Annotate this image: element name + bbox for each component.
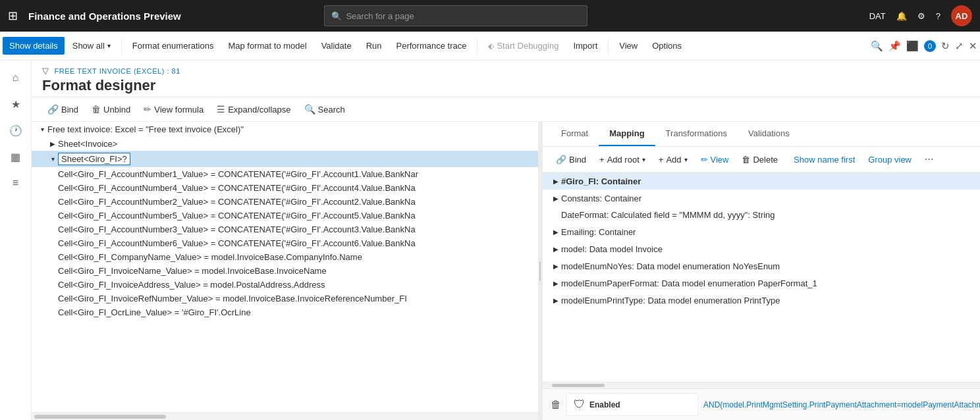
map-item[interactable]: ▶ modelEnumPaperFormat: Data model enume…: [543, 275, 980, 292]
view-formula-label: View formula: [154, 105, 204, 115]
bind-button[interactable]: 🔗 Bind: [42, 101, 84, 117]
breadcrumb-text: FREE TEXT INVOICE (EXCEL) : 81: [55, 67, 180, 75]
add-button[interactable]: + Add ▾: [653, 152, 693, 167]
delete-button[interactable]: 🗑 Delete: [736, 152, 783, 167]
designer-toolbar: 🔗 Bind 🗑 Unbind ✏ View formula ☰ Expand/…: [32, 97, 980, 122]
tree-root-label: Free text invoice: Excel = "Free text in…: [47, 124, 244, 134]
expand-icon: ▶: [551, 295, 561, 305]
sidebar-icon-recent[interactable]: 🕐: [4, 118, 28, 142]
map-item[interactable]: ▶ Constants: Container: [543, 190, 980, 207]
import-button[interactable]: Import: [566, 37, 604, 55]
vertical-splitter[interactable]: [539, 122, 543, 420]
content-area: ▽ FREE TEXT INVOICE (EXCEL) : 81 Format …: [32, 61, 980, 420]
search-button[interactable]: 🔍 Search: [299, 101, 350, 117]
app-grid-icon[interactable]: ⊞: [8, 9, 18, 23]
formula-shield-icon: 🛡: [574, 398, 585, 411]
options-button[interactable]: Options: [645, 37, 688, 55]
separator-3: [608, 38, 609, 54]
tab-validations[interactable]: Validations: [738, 122, 800, 146]
mapping-bind-label: Bind: [569, 155, 586, 165]
map-item-label: Emailing: Container: [561, 227, 636, 237]
app-title: Finance and Operations Preview: [28, 11, 181, 22]
map-item-label: Constants: Container: [561, 194, 641, 203]
view-formula-button[interactable]: ✏ View formula: [138, 101, 209, 117]
tab-mapping[interactable]: Mapping: [599, 122, 655, 146]
tab-transformations[interactable]: Transformations: [655, 122, 738, 146]
more-options-button[interactable]: ···: [922, 151, 936, 168]
show-details-button[interactable]: Show details: [3, 37, 65, 55]
mapping-tabs: Format Mapping Transformations Validatio…: [543, 122, 980, 147]
mapping-panel: Format Mapping Transformations Validatio…: [543, 122, 980, 420]
mapping-bind-button[interactable]: 🔗 Bind: [551, 152, 591, 167]
link-icon: 🔗: [47, 104, 59, 115]
mapping-toolbar: 🔗 Bind + Add root ▾ + Add ▾ ✏: [543, 147, 980, 172]
filter-icon: ▽: [42, 66, 49, 76]
tree-item[interactable]: Cell<Giro_FI_InvoiceName_Value> = model.…: [32, 264, 538, 278]
tree-item[interactable]: Cell<Giro_FI_CompanyName_Value> = model.…: [32, 250, 538, 264]
chevron-add-icon: ▾: [684, 156, 688, 163]
map-item[interactable]: ▶ modelEnumPrintType: Data model enumera…: [543, 292, 980, 309]
help-icon[interactable]: ?: [936, 11, 940, 21]
show-all-button[interactable]: Show all ▾: [66, 37, 117, 55]
global-search-bar[interactable]: 🔍: [324, 5, 587, 26]
tree-item[interactable]: Cell<Giro_FI_AccountNumber3_Value> = CON…: [32, 223, 538, 236]
view-button-mapping[interactable]: ✏ View: [695, 152, 734, 167]
group-view-button[interactable]: Group view: [863, 152, 917, 167]
show-all-label: Show all: [72, 41, 105, 51]
tab-format[interactable]: Format: [551, 122, 599, 146]
tree-item-selected[interactable]: ▾ Sheet<Giro_FI>?: [32, 151, 538, 167]
expand-icon[interactable]: ⤢: [955, 40, 964, 52]
formula-trash-icon[interactable]: 🗑: [551, 399, 561, 411]
sidebar-icon-list[interactable]: ≡: [4, 171, 28, 195]
map-item[interactable]: ▶ #Giro_FI: Container: [543, 172, 980, 190]
map-item-label: DateFormat: Calculated field = "MMMM dd,…: [561, 210, 775, 220]
sidebar-icon-home[interactable]: ⌂: [4, 66, 28, 90]
tree-item[interactable]: Cell<Giro_FI_InvoiceRefNumber_Value> = m…: [32, 292, 538, 305]
map-item[interactable]: ▶ modelEnumNoYes: Data model enumeration…: [543, 257, 980, 275]
show-name-first-button[interactable]: Show name first: [788, 152, 860, 167]
mapping-tree: ▶ #Giro_FI: Container ▶ Constants: Conta…: [543, 172, 980, 382]
tree-item[interactable]: Cell<Giro_FI_AccountNumber4_Value> = CON…: [32, 181, 538, 195]
avatar[interactable]: AD: [951, 5, 972, 26]
sidebar-icon-grid[interactable]: ▦: [4, 145, 28, 169]
global-search-input[interactable]: [346, 11, 580, 21]
search-command-icon[interactable]: 🔍: [871, 40, 883, 52]
tree-item[interactable]: Cell<Giro_FI_AccountNumber2_Value> = CON…: [32, 195, 538, 209]
run-button[interactable]: Run: [360, 37, 389, 55]
unbind-button[interactable]: 🗑 Unbind: [86, 101, 136, 117]
tree-root[interactable]: ▾ Free text invoice: Excel = "Free text …: [32, 122, 538, 136]
collapse-icon: ▾: [37, 124, 47, 134]
tree-item[interactable]: Cell<Giro_FI_AccountNumber5_Value> = CON…: [32, 209, 538, 223]
tree-item[interactable]: Cell<Giro_FI_OcrLine_Value> = '#Giro_FI'…: [32, 305, 538, 319]
refresh-icon[interactable]: ↻: [941, 40, 950, 52]
tree-item[interactable]: Cell<Giro_FI_AccountNumber6_Value> = CON…: [32, 236, 538, 250]
tree-item[interactable]: Cell<Giro_FI_AccountNumber1_Value> = CON…: [32, 167, 538, 181]
tree-item[interactable]: ▶ Sheet<Invoice>: [32, 136, 538, 151]
tree-item[interactable]: Cell<Giro_FI_InvoiceAddress_Value> = mod…: [32, 278, 538, 292]
expand-icon: ▶: [551, 193, 561, 203]
map-format-to-model-button[interactable]: Map format to model: [221, 37, 313, 55]
tree-item-label: Cell<Giro_FI_InvoiceName_Value> = model.…: [58, 266, 327, 276]
split-icon[interactable]: ⬛: [906, 40, 919, 52]
formula-icon: ✏: [144, 104, 151, 115]
formula-status: Enabled: [589, 400, 620, 409]
sidebar-icon-star[interactable]: ★: [4, 92, 28, 116]
search-label: Search: [318, 105, 345, 115]
expand-collapse-button[interactable]: ☰ Expand/collapse: [211, 101, 296, 117]
settings-icon[interactable]: ⚙: [917, 11, 925, 21]
close-icon[interactable]: ✕: [969, 40, 977, 52]
validate-button[interactable]: Validate: [315, 37, 358, 55]
map-item[interactable]: DateFormat: Calculated field = "MMMM dd,…: [543, 207, 980, 223]
start-debugging-button[interactable]: ⬖ Start Debugging: [481, 37, 565, 55]
search-small-icon: 🔍: [304, 104, 315, 115]
page-header: ▽ FREE TEXT INVOICE (EXCEL) : 81 Format …: [32, 61, 980, 97]
view-button[interactable]: View: [612, 37, 644, 55]
notification-icon[interactable]: 🔔: [896, 11, 907, 21]
view-label: View: [711, 155, 729, 165]
performance-trace-button[interactable]: Performance trace: [390, 37, 474, 55]
format-enumerations-button[interactable]: Format enumerations: [126, 37, 221, 55]
pin-icon[interactable]: 📌: [888, 40, 901, 52]
add-root-button[interactable]: + Add root ▾: [594, 152, 651, 167]
map-item[interactable]: ▶ Emailing: Container: [543, 223, 980, 240]
map-item[interactable]: ▶ model: Data model Invoice: [543, 240, 980, 257]
